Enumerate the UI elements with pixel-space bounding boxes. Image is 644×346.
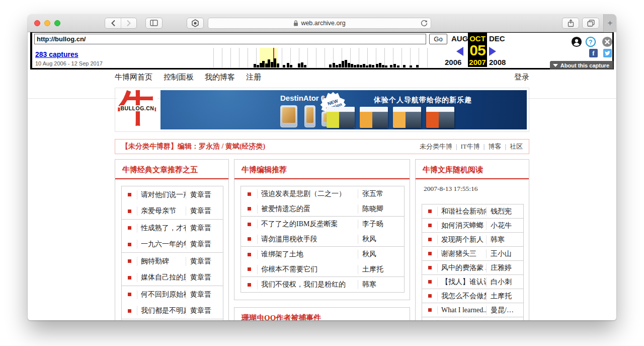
article-author-link[interactable]: 土摩托	[358, 265, 404, 274]
article-title-link[interactable]: 谁有合适的网盘...	[437, 320, 486, 321]
article-author-link[interactable]: 李子旸	[358, 220, 404, 229]
article-row: 谁绑架了土地 秋风	[241, 247, 404, 262]
article-author-link[interactable]: 韩寒	[486, 235, 523, 244]
article-title-link[interactable]: 强迫发表是悲剧（二之一）	[257, 189, 358, 198]
forward-button[interactable]	[121, 18, 136, 28]
wayback-url-input[interactable]	[34, 34, 426, 44]
article-title-link[interactable]: 被爱情遗忘的蛋	[257, 204, 358, 214]
site-nav-link[interactable]: 注册	[246, 73, 261, 81]
tab-overview-button[interactable]	[582, 18, 599, 29]
site-nav-item[interactable]: 牛博网首页	[115, 73, 152, 82]
login-link[interactable]: 登录	[514, 73, 529, 82]
year-prev-label[interactable]: 2006	[445, 58, 461, 66]
article-title-link[interactable]: 请对他们说一声y…	[137, 190, 186, 199]
about-this-capture-button[interactable]: About this capture	[550, 61, 613, 70]
article-author-link[interactable]: 黄章晋	[186, 224, 223, 233]
address-bar[interactable]: web.archive.org	[208, 18, 431, 29]
category-link[interactable]: 博客	[480, 142, 502, 151]
site-nav-link[interactable]: 我的博客	[205, 73, 235, 81]
bullet-icon	[128, 293, 131, 296]
article-author-link[interactable]: 秋风	[358, 250, 404, 259]
wayback-go-button[interactable]: Go	[429, 34, 447, 44]
article-title-link[interactable]: 不了了之的IBM反垄断案	[257, 220, 358, 229]
back-button[interactable]	[105, 18, 121, 28]
article-title-link[interactable]: 何不回到原始社会	[137, 290, 186, 299]
minimize-window-button[interactable]	[44, 20, 50, 26]
zoom-window-button[interactable]	[54, 20, 60, 26]
article-author-link[interactable]: 黄章晋	[186, 290, 223, 299]
bullet-icon	[128, 243, 131, 246]
product-box-image	[426, 107, 454, 128]
classic-articles-list: 请对他们说一声y… 黄章晋 亲爱母亲节 黄章晋	[121, 186, 223, 320]
site-logo[interactable]: 牛 BULLOG.CN	[117, 90, 157, 129]
article-title-link[interactable]: 性成熟了，才有…	[137, 224, 186, 233]
sidebar-button[interactable]	[145, 18, 163, 29]
article-title-link[interactable]: 我怎么不会做梦...	[437, 292, 486, 301]
privacy-badge-button[interactable]	[187, 18, 204, 29]
profile-button[interactable]	[571, 36, 582, 47]
article-author-link[interactable]: 庄雅婷	[486, 263, 523, 272]
article-title-link[interactable]: 请勿滥用税收手段	[257, 235, 358, 244]
site-nav-link[interactable]: 牛博网首页	[115, 73, 152, 81]
category-link[interactable]: 社区	[501, 142, 523, 151]
article-title-link[interactable]: 如何消灭蟑螂	[437, 221, 486, 230]
article-author-link[interactable]: 黄章晋	[186, 273, 223, 282]
article-author-link[interactable]: 王小山	[486, 249, 523, 258]
site-nav-item[interactable]: 控制面板	[164, 73, 194, 82]
article-title-link[interactable]: 谁绑架了土地	[257, 250, 358, 259]
site-nav-item[interactable]: 我的博客	[205, 73, 235, 82]
reload-button[interactable]	[421, 20, 428, 27]
article-title-link[interactable]: 发现两个新人	[437, 235, 486, 244]
bullet-icon	[128, 259, 131, 263]
article-title-link[interactable]: 谢谢猪头三	[437, 249, 486, 258]
category-link[interactable]: 未分类牛博	[420, 142, 452, 151]
bullet-cell	[122, 276, 137, 280]
article-author-link[interactable]: 陈晓卿	[358, 204, 404, 214]
facebook-share-button[interactable]: f	[589, 49, 598, 57]
article-title-link[interactable]: 和谐社会新动向...	[437, 207, 486, 216]
article-title-link[interactable]: 一九六一年的年…	[137, 240, 186, 249]
article-title-link[interactable]: 我们不侵权，我们是粉红的	[257, 280, 358, 289]
article-author-link[interactable]: 土摩托	[486, 292, 523, 301]
next-capture-button[interactable]	[489, 47, 496, 56]
article-author-link[interactable]: 韩寒	[358, 280, 404, 289]
article-author-link[interactable]: 黄章晋	[186, 240, 223, 249]
close-window-button[interactable]	[34, 20, 40, 26]
article-author-link[interactable]: 秋风	[358, 235, 404, 244]
article-author-link[interactable]: 黄章晋	[186, 306, 223, 315]
site-nav-item[interactable]: 注册	[246, 73, 261, 82]
article-author-link[interactable]: 小花牛	[486, 221, 523, 230]
article-title-link[interactable]: 媒体自己拉的屎…	[137, 273, 186, 282]
article-author-link[interactable]: 曼昆/…	[486, 306, 523, 315]
help-button[interactable]: ?	[585, 36, 596, 47]
ad-banner[interactable]: DestinAtor 6 NEW Version 体验个人导航带给你的新乐趣	[160, 90, 527, 129]
article-title-link[interactable]: 【找人】谁认识...	[437, 278, 486, 287]
captures-link[interactable]: 283 captures	[35, 50, 78, 58]
article-author-link[interactable]: 钱烈宪	[486, 207, 523, 216]
close-toolbar-button[interactable]	[602, 36, 613, 47]
product-box-image	[393, 107, 421, 128]
bullet-cell	[122, 226, 137, 230]
article-title-link[interactable]: 风中的费洛蒙 ..	[437, 263, 486, 272]
year-next-label[interactable]: 2008	[489, 58, 506, 66]
article-title-link[interactable]: 阙特勤碑	[137, 257, 186, 266]
bullet-cell	[122, 309, 137, 313]
twitter-share-button[interactable]	[603, 49, 612, 57]
article-author-link[interactable]: 白小刺	[486, 278, 523, 287]
article-title-link[interactable]: 我们都是不明真…	[137, 306, 186, 315]
article-author-link[interactable]: 黄章晋	[186, 206, 223, 216]
article-author-link[interactable]: 姬十三	[486, 320, 523, 321]
share-button[interactable]	[562, 18, 579, 29]
article-title-link[interactable]: 亲爱母亲节	[137, 206, 186, 216]
address-text: web.archive.org	[301, 20, 345, 27]
capture-timeline[interactable]	[213, 48, 435, 67]
category-link[interactable]: IT牛博	[452, 142, 480, 151]
article-title-link[interactable]: What I learned...	[437, 306, 486, 314]
article-title-link[interactable]: 你根本不需要它们	[257, 265, 358, 274]
site-nav-link[interactable]: 控制面板	[164, 73, 194, 81]
article-author-link[interactable]: 张五常	[358, 189, 404, 198]
article-author-link[interactable]: 黄章晋	[186, 190, 223, 199]
new-tab-button[interactable]: +	[608, 19, 613, 27]
article-author-link[interactable]: 黄章晋	[186, 257, 223, 266]
previous-capture-button[interactable]	[456, 47, 463, 56]
